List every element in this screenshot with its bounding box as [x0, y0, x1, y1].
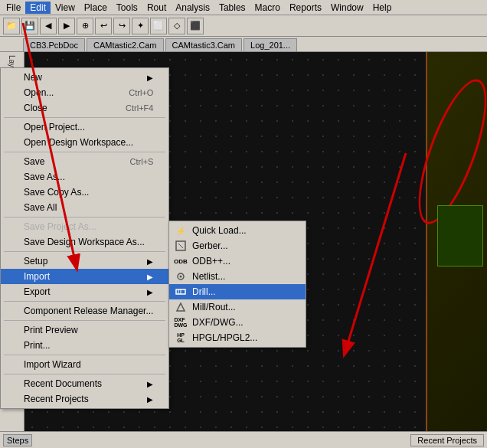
sep-5 [4, 301, 165, 302]
status-bar: Steps Recent Projects [0, 431, 487, 448]
pcb-component [437, 205, 483, 267]
menu-item-save-as[interactable]: Save As... [1, 169, 168, 185]
toolbar-btn-2[interactable]: 💾 [21, 18, 38, 34]
menu-macro[interactable]: Macro [250, 2, 285, 14]
import-submenu: ⚡ Quick Load... Gerber... ODB ODB++... [168, 221, 306, 348]
menu-item-export-arrow: ▶ [147, 288, 153, 296]
toolbar-btn-7[interactable]: ↪ [113, 18, 130, 34]
menu-item-save-project: Save Project As... [1, 219, 168, 234]
toolbar-btn-1[interactable]: 📁 [3, 18, 20, 34]
menu-item-open-shortcut: Ctrl+O [129, 88, 153, 97]
menu-view[interactable]: View [51, 2, 80, 14]
sep-8 [4, 374, 165, 374]
menu-item-setup-arrow: ▶ [147, 257, 153, 266]
submenu-item-netlist[interactable]: Netlist... [169, 269, 306, 284]
menu-item-component-mgr[interactable]: Component Release Manager... [1, 303, 168, 319]
submenu-item-odb[interactable]: ODB ODB++... [169, 253, 306, 269]
tab-cam3[interactable]: CAMtastic3.Cam [165, 38, 243, 51]
menu-item-import-wizard-label: Import Wizard [24, 359, 81, 370]
toolbar-btn-3[interactable]: ◀ [40, 18, 57, 34]
menu-item-export[interactable]: Export ▶ [1, 284, 168, 299]
toolbar-btn-8[interactable]: ✦ [132, 18, 149, 34]
toolbar-btn-11[interactable]: ⬛ [187, 18, 204, 34]
dxf-icon: DXFDWG [174, 316, 188, 329]
menu-item-new-label: New [24, 72, 42, 83]
menu-item-print-preview-label: Print Preview [24, 325, 78, 335]
file-dropdown: New ▶ Open... Ctrl+O Close Ctrl+F4 Open … [0, 67, 169, 409]
toolbar-btn-6[interactable]: ↩ [95, 18, 112, 34]
tab-cam2[interactable]: CAMtastic2.Cam [87, 38, 164, 51]
menu-file[interactable]: File [2, 2, 25, 14]
menu-item-import-arrow: ▶ [147, 273, 153, 281]
menu-tables[interactable]: Tables [214, 2, 250, 14]
submenu-item-dxf-label: DXF/DWG... [192, 317, 244, 328]
menu-item-open-workspace-label: Open Design Workspace... [24, 137, 133, 148]
menu-item-open[interactable]: Open... Ctrl+O [1, 85, 168, 100]
sep-3 [4, 217, 165, 217]
menu-item-import-label: Import [24, 271, 50, 282]
menu-item-print[interactable]: Print... [1, 338, 168, 353]
menu-bar: File Edit View Place Tools Rout Analysis… [0, 0, 487, 15]
submenu-item-dxf[interactable]: DXFDWG DXF/DWG... [169, 315, 306, 330]
sep-4 [4, 251, 165, 252]
tab-log[interactable]: Log_201... [244, 38, 297, 51]
menu-analysis[interactable]: Analysis [171, 2, 214, 14]
menu-help[interactable]: Help [368, 2, 397, 14]
tabs-bar: CB3.PcbDoc CAMtastic2.Cam CAMtastic3.Cam… [0, 37, 487, 52]
menu-item-recent-docs-arrow: ▶ [147, 380, 153, 388]
menu-window[interactable]: Window [326, 2, 368, 14]
toolbar-btn-5[interactable]: ⊕ [77, 18, 93, 34]
submenu-item-gerber[interactable]: Gerber... [169, 238, 306, 253]
submenu-item-quick-load[interactable]: ⚡ Quick Load... [169, 223, 306, 238]
menu-item-import[interactable]: Import ▶ [1, 269, 168, 284]
sep-1 [4, 117, 165, 118]
menu-item-setup-label: Setup [24, 256, 47, 267]
menu-item-export-label: Export [24, 286, 51, 297]
submenu-item-hpgl-label: HPGL/HPGL2... [192, 332, 257, 343]
toolbar-btn-4[interactable]: ▶ [58, 18, 75, 34]
menu-item-save-all-label: Save All [24, 202, 57, 213]
menu-item-save-label: Save [24, 156, 44, 167]
submenu-item-mill[interactable]: Mill/Rout... [169, 299, 306, 315]
menu-item-setup[interactable]: Setup ▶ [1, 253, 168, 269]
menu-item-recent-docs[interactable]: Recent Documents ▶ [1, 376, 168, 391]
menu-item-print-preview[interactable]: Print Preview [1, 322, 168, 338]
menu-reports[interactable]: Reports [285, 2, 326, 14]
menu-item-close[interactable]: Close Ctrl+F4 [1, 100, 168, 116]
sep-7 [4, 355, 165, 355]
menu-item-open-workspace[interactable]: Open Design Workspace... [1, 135, 168, 150]
menu-item-recent-projects[interactable]: Recent Projects ▶ [1, 391, 168, 407]
menu-rout[interactable]: Rout [142, 2, 171, 14]
tab-cb3[interactable]: CB3.PcbDoc [23, 38, 85, 51]
menu-item-close-shortcut: Ctrl+F4 [126, 103, 153, 113]
menu-tools[interactable]: Tools [112, 2, 142, 14]
toolbar: 📁 💾 ◀ ▶ ⊕ ↩ ↪ ✦ ⬜ ◇ ⬛ [0, 15, 487, 37]
menu-edit[interactable]: Edit [25, 2, 51, 14]
menu-item-import-wizard[interactable]: Import Wizard [1, 357, 168, 372]
menu-item-recent-projects-arrow: ▶ [147, 395, 153, 404]
toolbar-btn-10[interactable]: ◇ [168, 18, 185, 34]
toolbar-btn-9[interactable]: ⬜ [150, 18, 167, 34]
sep-2 [4, 152, 165, 152]
menu-item-open-label: Open... [24, 87, 54, 98]
file-menu: New ▶ Open... Ctrl+O Close Ctrl+F4 Open … [0, 67, 169, 409]
submenu-item-gerber-label: Gerber... [192, 240, 228, 251]
recent-projects-btn[interactable]: Recent Projects [410, 434, 484, 446]
submenu-item-hpgl[interactable]: HPGL HPGL/HPGL2... [169, 330, 306, 345]
menu-item-save-design-ws[interactable]: Save Design Workspace As... [1, 234, 168, 250]
menu-item-print-label: Print... [24, 340, 51, 351]
svg-marker-7 [177, 303, 185, 311]
gerber-icon [174, 239, 188, 253]
menu-item-save-copy[interactable]: Save Copy As... [1, 185, 168, 200]
submenu-item-netlist-label: Netlist... [192, 271, 225, 282]
menu-item-save[interactable]: Save Ctrl+S [1, 154, 168, 169]
menu-item-save-all[interactable]: Save All [1, 200, 168, 215]
menu-item-open-project[interactable]: Open Project... [1, 119, 168, 135]
submenu-item-drill[interactable]: Drill... [169, 284, 306, 299]
menu-item-close-label: Close [24, 103, 47, 113]
menu-place[interactable]: Place [80, 2, 112, 14]
submenu-item-mill-label: Mill/Rout... [192, 302, 236, 312]
menu-item-new[interactable]: New ▶ [1, 70, 168, 85]
odb-icon: ODB [174, 254, 188, 268]
submenu-item-odb-label: ODB++... [192, 256, 230, 267]
